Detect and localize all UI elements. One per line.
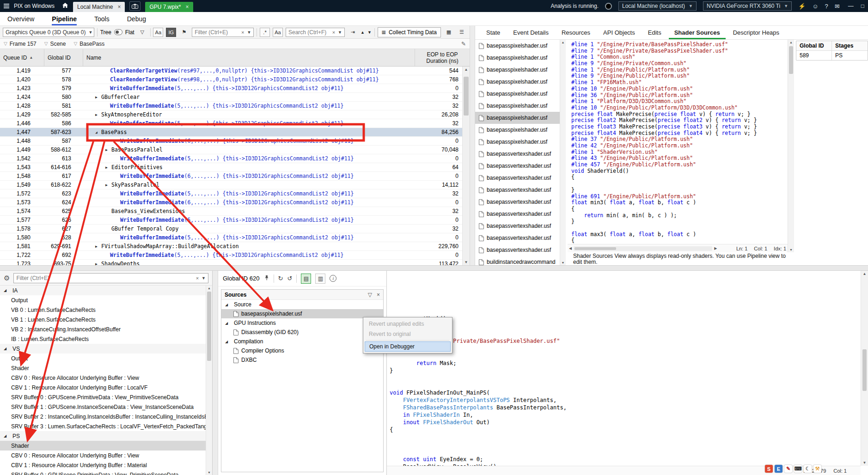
pipeline-item-cbv-0[interactable]: CBV 0 : Resource Allocator Underlying Bu…	[0, 373, 206, 383]
collapsed-arrow-icon[interactable]: ▶	[105, 148, 111, 152]
home-icon[interactable]	[62, 2, 68, 10]
event-row[interactable]: 1,549618-622▶SkyPassParallel14,112	[0, 181, 462, 189]
close-icon[interactable]: ×	[185, 4, 189, 10]
event-row[interactable]: 1,578627GBuffer Temporal Copy32	[0, 225, 462, 233]
pipeline-item-cbv-1[interactable]: CBV 1 : Resource Allocator Underlying Bu…	[0, 383, 206, 392]
shader-file-item[interactable]: basepassvertexshader.usf	[475, 232, 565, 244]
shader-file-item[interactable]: basepasspixelshader.usf	[475, 100, 565, 112]
sogou-icon[interactable]: S	[765, 465, 773, 473]
tab-shader-sources[interactable]: Shader Sources	[669, 26, 726, 39]
stop-analysis-icon[interactable]	[605, 3, 612, 10]
horizontal-splitter[interactable]	[0, 265, 868, 271]
scroll-right-icon[interactable]: ▶	[714, 246, 717, 250]
list-menu-icon[interactable]: ☰	[457, 28, 467, 37]
event-filter-input[interactable]	[195, 29, 238, 36]
pipeline-filter-input[interactable]	[16, 275, 193, 281]
shader-file-item[interactable]: basepassvertexshader.usf	[475, 220, 565, 232]
refresh-icon[interactable]: ↻	[278, 275, 283, 282]
pipeline-item-shader[interactable]: Shader	[0, 441, 206, 451]
pipeline-item-vb-2[interactable]: VB 2 : InstanceCulling.InstancedOffsetBu…	[0, 324, 206, 334]
menu-debug[interactable]: Debug	[127, 12, 146, 25]
match-case-search-button[interactable]: Aa	[273, 28, 283, 37]
mail-icon[interactable]: ✉	[835, 3, 840, 10]
capture-camera-icon[interactable]	[129, 1, 141, 11]
pipeline-item-srv-buffer[interactable]: SRV Buffer 2 : InstanceCulling.InstanceI…	[0, 412, 206, 421]
collapsed-arrow-icon[interactable]: ▶	[95, 262, 101, 266]
sources-group-gpu-instructions[interactable]: ◢GPU Instructions	[221, 318, 383, 328]
history-icon[interactable]: ↺	[287, 275, 292, 282]
breadcrumb-item[interactable]: Frame 157	[10, 41, 37, 47]
pipeline-item-vb-1[interactable]: VB 1 : Lumen.SurfaceCacheRects	[0, 315, 206, 324]
pin-icon[interactable]	[264, 275, 269, 282]
keyboard-icon[interactable]: ⌨	[794, 465, 802, 473]
event-row[interactable]: 1,577626WriteBufferImmediate(5,...,...) …	[0, 216, 462, 225]
event-row[interactable]: 1,419577ClearRenderTargetView(res#97,...…	[0, 67, 462, 75]
event-row[interactable]: 1,449588-612▶BasePassParallel70,048	[0, 146, 462, 154]
sources-item-basepasspixelshader-usf[interactable]: basepasspixelshader.usf	[221, 309, 383, 318]
column-queue-id[interactable]: Queue ID ▲	[0, 49, 44, 66]
sources-item-dxbc[interactable]: DXBC	[221, 355, 383, 365]
event-row[interactable]: 1,543614-616▶EditorPrimitives64	[0, 163, 462, 172]
menu-item-revert-unapplied-edits[interactable]: Revert unapplied edits	[365, 319, 451, 329]
vertical-splitter[interactable]	[470, 26, 475, 265]
expanded-arrow-icon[interactable]: ◢	[225, 303, 231, 307]
info-icon[interactable]: i	[330, 275, 336, 282]
tab-descriptor-heaps[interactable]: Descriptor Heaps	[727, 26, 785, 39]
ime-language-icon[interactable]: E	[775, 465, 782, 473]
scroll-up-icon[interactable]: ▲	[861, 272, 868, 276]
scroll-down-icon[interactable]: ▼	[560, 261, 566, 264]
tab-edits[interactable]: Edits	[642, 26, 667, 39]
pipeline-scrollbar[interactable]: ▲ ▼	[206, 286, 212, 475]
shader-file-item[interactable]: basepasspixelshader.usf	[475, 136, 565, 148]
tab-event-details[interactable]: Event Details	[507, 26, 554, 39]
event-row[interactable]: 1,446586WriteBufferImmediate(5,...,...) …	[0, 119, 462, 128]
shader-file-item[interactable]: basepasspixelshader.usf	[475, 88, 565, 100]
scrollbar-thumb[interactable]	[862, 349, 867, 391]
collapsed-arrow-icon[interactable]: ▶	[95, 113, 101, 117]
tab-resources[interactable]: Resources	[556, 26, 596, 39]
scroll-up-icon[interactable]: ▲	[206, 286, 212, 290]
shader-file-item[interactable]: buildinstancedrawcommand	[475, 256, 565, 265]
scrollbar-track[interactable]	[574, 246, 712, 251]
tab-local-machine[interactable]: Local Machine ×	[73, 2, 125, 12]
event-row[interactable]: 1,572623WriteBufferImmediate(5,...,...) …	[0, 189, 462, 198]
scroll-down-icon[interactable]: ▼	[861, 461, 868, 465]
grid-view-icon[interactable]: ▦	[444, 28, 454, 37]
collapsed-arrow-icon[interactable]: ▶	[105, 165, 111, 170]
clear-icon[interactable]: ×	[332, 30, 335, 35]
event-row[interactable]: 1,429582-585▶SkyAtmosphereEditor26,208	[0, 110, 462, 119]
event-row[interactable]: 1,574625BasePass_ViewExtensions32	[0, 207, 462, 216]
expanded-arrow-icon[interactable]: ◢	[4, 288, 10, 292]
pipeline-item-srv-buffer[interactable]: SRV Buffer 0 : GPUScene.PrimitiveData : …	[0, 392, 206, 402]
shader-file-item[interactable]: basepasspixelshader.usf	[475, 52, 565, 64]
goto-icon[interactable]: ⇥	[348, 28, 358, 37]
scrollbar-thumb[interactable]	[789, 46, 793, 74]
maximize-button[interactable]: □	[861, 3, 864, 9]
sources-group-compilation[interactable]: ◢Compilation	[221, 337, 383, 346]
pipeline-stage-vs[interactable]: ◢VS	[0, 344, 206, 353]
tab-api-objects[interactable]: API Objects	[598, 26, 641, 39]
collapsed-arrow-icon[interactable]: ▶	[95, 244, 101, 249]
shader-file-item[interactable]: basepassvertexshader.usf	[475, 160, 565, 172]
shader-code-hscrollbar[interactable]: ◀ ▶ Ln: 1 Col: 1 Idx: 1	[568, 244, 788, 252]
hamburger-menu-icon[interactable]	[4, 4, 9, 8]
shader-file-item[interactable]: basepassvertexshader.usf	[475, 148, 565, 160]
sources-item-compiler-options[interactable]: Compiler Options	[221, 346, 383, 355]
scrollbar-thumb[interactable]	[207, 292, 211, 361]
event-row[interactable]: 1,448587WriteBufferImmediate(6,...,...) …	[0, 137, 462, 146]
menu-overview[interactable]: Overview	[7, 12, 34, 25]
collapsed-arrow-icon[interactable]: ▶	[105, 183, 111, 187]
close-icon[interactable]: ×	[117, 4, 121, 10]
clear-icon[interactable]: ×	[196, 275, 199, 281]
event-row[interactable]: 1,580628WriteBufferImmediate(5,...,...) …	[0, 233, 462, 242]
collapsed-arrow-icon[interactable]: ▶	[95, 95, 101, 99]
menu-pipeline[interactable]: Pipeline	[52, 12, 77, 25]
event-row[interactable]: 1,581629-691▶FVirtualShadowMapArray::Bui…	[0, 242, 462, 251]
menu-item-revert-to-original[interactable]: Revert to original	[365, 329, 451, 339]
toolbox-icon[interactable]: ⚒	[813, 465, 821, 473]
shader-file-item[interactable]: basepasspixelshader.usf	[475, 112, 565, 124]
tab-capture-gpu7[interactable]: GPU 7.wpix* ×	[145, 2, 193, 12]
event-row[interactable]: 1,420578ClearRenderTargetView(res#98,...…	[0, 75, 462, 84]
pipeline-item-output[interactable]: Output	[0, 353, 206, 363]
help-icon[interactable]: ?	[825, 3, 828, 10]
